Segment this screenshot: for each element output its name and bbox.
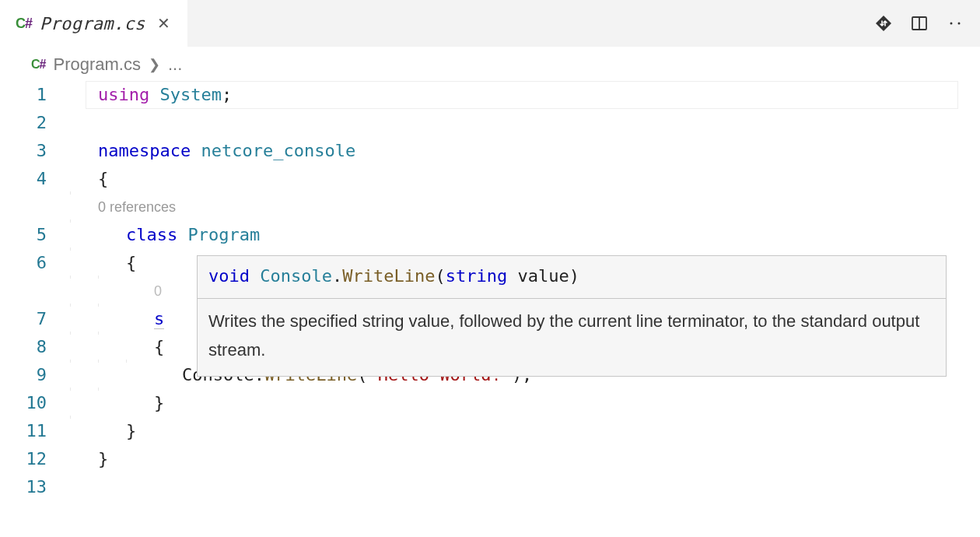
line-number: 9 [0, 361, 70, 389]
line-number: 10 [0, 389, 70, 417]
line-number: 4 [0, 165, 70, 193]
hover-tooltip: void Console.WriteLine(string value) Wri… [197, 255, 947, 377]
line-number: 11 [0, 417, 70, 445]
hover-signature: void Console.WriteLine(string value) [198, 256, 946, 299]
close-tab-icon[interactable]: ✕ [152, 14, 175, 33]
tab-actions [873, 0, 980, 47]
line-number: 7 [0, 305, 70, 333]
breadcrumb-overflow: ... [168, 54, 182, 75]
breadcrumb[interactable]: C# Program.cs ❯ ... [0, 47, 980, 81]
line-number: 12 [0, 445, 70, 473]
codelens-references[interactable]: 0 [154, 277, 162, 305]
code-line[interactable]: 13 [0, 473, 980, 501]
line-number: 2 [0, 109, 70, 137]
more-actions-icon[interactable] [944, 12, 966, 34]
code-line[interactable]: 2 [0, 109, 980, 137]
code-line[interactable]: 1 using System; [0, 81, 980, 109]
line-number: 5 [0, 221, 70, 249]
code-line[interactable]: 12 } [0, 445, 980, 473]
line-number: 13 [0, 473, 70, 501]
breadcrumb-file: Program.cs [53, 54, 140, 75]
svg-point-2 [950, 23, 953, 25]
csharp-file-icon: C# [31, 58, 45, 72]
tab-file-name: Program.cs [40, 14, 145, 33]
chevron-right-icon: ❯ [149, 56, 160, 73]
code-line[interactable]: 11 } [0, 417, 980, 445]
code-line[interactable]: 3 namespace netcore_console [0, 137, 980, 165]
line-number: 8 [0, 333, 70, 361]
svg-point-3 [958, 23, 961, 25]
code-line[interactable]: 10 } [0, 389, 980, 417]
split-editor-icon[interactable] [908, 12, 930, 34]
active-tab[interactable]: C# Program.cs ✕ [0, 0, 188, 47]
csharp-file-icon: C# [16, 16, 32, 32]
source-control-diff-icon[interactable] [873, 12, 894, 34]
codelens-references[interactable]: 0 references [98, 193, 176, 221]
line-number: 6 [0, 249, 70, 277]
code-line[interactable]: 4 { [0, 165, 980, 193]
line-number: 1 [0, 81, 70, 109]
line-number: 3 [0, 137, 70, 165]
code-line[interactable]: 5 class Program [0, 221, 980, 249]
hover-documentation: Writes the specified string value, follo… [198, 299, 946, 376]
tab-bar: C# Program.cs ✕ [0, 0, 980, 47]
code-editor[interactable]: 1 using System; 2 3 namespace netcore_co… [0, 81, 980, 501]
codelens[interactable]: 0 references [0, 193, 980, 221]
